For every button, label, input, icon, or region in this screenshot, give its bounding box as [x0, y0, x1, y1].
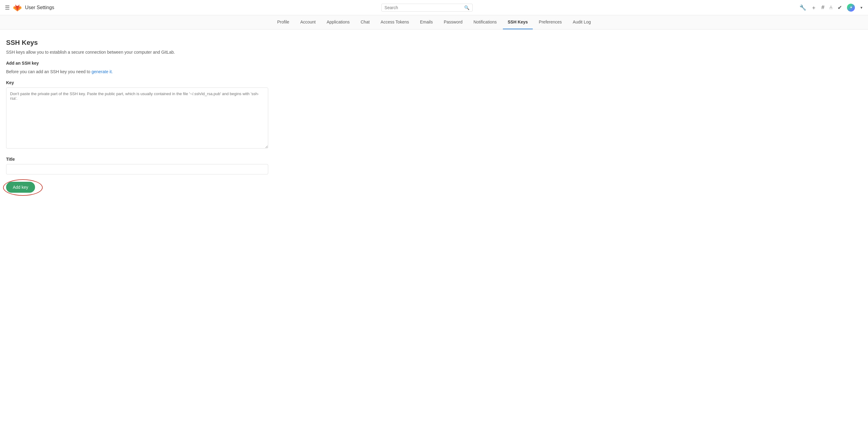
- tab-applications[interactable]: Applications: [322, 15, 355, 29]
- add-section-title: Add an SSH key: [6, 61, 268, 66]
- gitlab-logo: [13, 3, 22, 12]
- app-title: User Settings: [25, 5, 54, 10]
- tab-account[interactable]: Account: [295, 15, 321, 29]
- nav-tabs: Profile Account Applications Chat Access…: [0, 15, 868, 30]
- key-label: Key: [6, 80, 268, 85]
- search-input[interactable]: [384, 5, 462, 10]
- avatar[interactable]: ✦: [847, 4, 855, 11]
- tab-chat[interactable]: Chat: [356, 15, 375, 29]
- plus-icon[interactable]: ＋: [811, 4, 816, 11]
- add-key-btn-wrapper: Add key: [6, 182, 35, 193]
- page-title: SSH Keys: [6, 39, 268, 47]
- tab-notifications[interactable]: Notifications: [468, 15, 501, 29]
- search-bar: 🔍: [381, 4, 473, 11]
- tab-ssh-keys[interactable]: SSH Keys: [503, 15, 533, 29]
- title-input[interactable]: [6, 164, 268, 175]
- main-content: SSH Keys SSH keys allow you to establish…: [0, 30, 274, 202]
- page-description: SSH keys allow you to establish a secure…: [6, 50, 268, 55]
- key-textarea[interactable]: [6, 88, 268, 149]
- header-left: ☰ User Settings: [5, 3, 54, 12]
- hash-icon[interactable]: #: [822, 4, 825, 11]
- wrench-icon[interactable]: 🔧: [799, 4, 806, 11]
- hamburger-icon[interactable]: ☰: [5, 4, 10, 11]
- check-icon[interactable]: ✔: [838, 4, 842, 11]
- header: ☰ User Settings 🔍 🔧 ＋ # ⑃ ✔ ✦ ▼: [0, 0, 868, 15]
- generate-text: Before you can add an SSH key you need t…: [6, 69, 268, 74]
- header-center: 🔍: [54, 4, 799, 11]
- generate-link[interactable]: generate it.: [91, 69, 113, 74]
- search-icon: 🔍: [464, 5, 469, 10]
- header-right: 🔧 ＋ # ⑃ ✔ ✦ ▼: [799, 4, 863, 11]
- tab-access-tokens[interactable]: Access Tokens: [376, 15, 414, 29]
- tab-audit-log[interactable]: Audit Log: [568, 15, 595, 29]
- add-key-button[interactable]: Add key: [6, 182, 35, 193]
- tab-emails[interactable]: Emails: [415, 15, 438, 29]
- merge-request-icon[interactable]: ⑃: [829, 4, 833, 11]
- tab-password[interactable]: Password: [439, 15, 467, 29]
- tab-preferences[interactable]: Preferences: [534, 15, 566, 29]
- tab-profile[interactable]: Profile: [272, 15, 294, 29]
- generate-text-before: Before you can add an SSH key you need t…: [6, 69, 91, 74]
- chevron-down-icon[interactable]: ▼: [860, 6, 863, 9]
- title-field-wrapper: Title: [6, 157, 268, 175]
- title-label: Title: [6, 157, 268, 162]
